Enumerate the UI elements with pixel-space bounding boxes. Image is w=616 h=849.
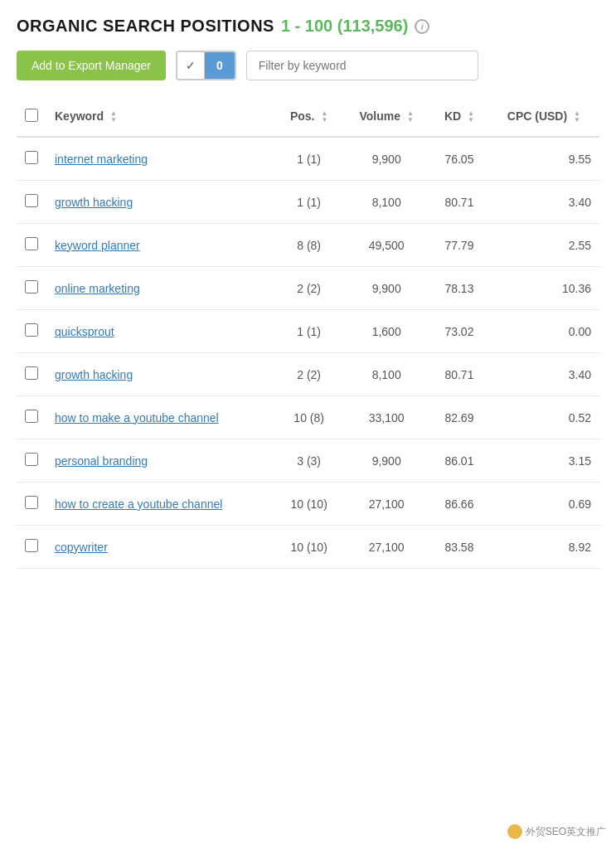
kd-cell-4: 73.02 <box>430 310 488 353</box>
kd-cell-5: 80.71 <box>430 353 488 396</box>
table-row: how to create a youtube channel 10 (10) … <box>17 483 599 526</box>
kd-cell-2: 77.79 <box>430 224 488 267</box>
row-checkbox-6[interactable] <box>25 410 38 423</box>
row-checkbox-cell <box>17 267 46 310</box>
table-row: growth hacking 2 (2) 8,100 80.71 3.40 <box>17 353 599 396</box>
cpc-cell-7: 3.15 <box>488 439 599 483</box>
keyword-cell-2[interactable]: keyword planner <box>46 224 275 267</box>
sort-arrows-cpc: ▲ ▼ <box>574 110 580 124</box>
sort-arrows-kd: ▲ ▼ <box>468 110 474 124</box>
row-checkbox-cell <box>17 526 46 569</box>
table-row: copywriter 10 (10) 27,100 83.58 8.92 <box>17 526 599 569</box>
row-checkbox-9[interactable] <box>25 539 38 552</box>
row-checkbox-2[interactable] <box>25 237 38 250</box>
watermark-text: 外贸SEO英文推广 <box>526 825 606 839</box>
page-title: ORGANIC SEARCH POSITIONS <box>17 17 274 36</box>
header-checkbox-cell <box>17 97 46 137</box>
col-header-kd[interactable]: KD ▲ ▼ <box>430 97 488 137</box>
selected-count-container: ✓ 0 <box>176 51 236 80</box>
row-checkbox-cell <box>17 224 46 267</box>
keyword-cell-5[interactable]: growth hacking <box>46 353 275 396</box>
cpc-cell-6: 0.52 <box>488 396 599 439</box>
pos-cell-6: 10 (8) <box>275 396 342 439</box>
volume-cell-9: 27,100 <box>342 526 430 569</box>
page-header: ORGANIC SEARCH POSITIONS 1 - 100 (113,59… <box>17 17 599 36</box>
volume-cell-8: 27,100 <box>342 483 430 526</box>
keyword-cell-8[interactable]: how to create a youtube channel <box>46 483 275 526</box>
keyword-table: Keyword ▲ ▼ Pos. ▲ ▼ Volume ▲ ▼ <box>17 97 599 569</box>
pos-cell-8: 10 (10) <box>275 483 342 526</box>
row-checkbox-cell <box>17 483 46 526</box>
table-header-row: Keyword ▲ ▼ Pos. ▲ ▼ Volume ▲ ▼ <box>17 97 599 137</box>
table-row: growth hacking 1 (1) 8,100 80.71 3.40 <box>17 181 599 224</box>
kd-cell-1: 80.71 <box>430 181 488 224</box>
col-header-volume[interactable]: Volume ▲ ▼ <box>342 97 430 137</box>
pos-cell-0: 1 (1) <box>275 137 342 181</box>
selected-count-badge: 0 <box>205 52 235 79</box>
cpc-cell-4: 0.00 <box>488 310 599 353</box>
cpc-cell-1: 3.40 <box>488 181 599 224</box>
keyword-cell-6[interactable]: how to make a youtube channel <box>46 396 275 439</box>
sort-arrows-pos: ▲ ▼ <box>321 110 327 124</box>
table-row: personal branding 3 (3) 9,900 86.01 3.15 <box>17 439 599 483</box>
pos-cell-5: 2 (2) <box>275 353 342 396</box>
keyword-cell-0[interactable]: internet marketing <box>46 137 275 181</box>
page-range: 1 - 100 (113,596) <box>281 17 408 36</box>
table-row: internet marketing 1 (1) 9,900 76.05 9.5… <box>17 137 599 181</box>
cpc-cell-9: 8.92 <box>488 526 599 569</box>
cpc-cell-0: 9.55 <box>488 137 599 181</box>
cpc-cell-5: 3.40 <box>488 353 599 396</box>
volume-cell-3: 9,900 <box>342 267 430 310</box>
kd-cell-6: 82.69 <box>430 396 488 439</box>
info-icon[interactable]: i <box>415 19 429 34</box>
keyword-cell-1[interactable]: growth hacking <box>46 181 275 224</box>
keyword-cell-4[interactable]: quicksprout <box>46 310 275 353</box>
row-checkbox-4[interactable] <box>25 323 38 337</box>
col-header-keyword[interactable]: Keyword ▲ ▼ <box>46 97 275 137</box>
volume-cell-7: 9,900 <box>342 439 430 483</box>
row-checkbox-cell <box>17 396 46 439</box>
row-checkbox-cell <box>17 439 46 483</box>
sort-arrows-keyword: ▲ ▼ <box>110 110 117 124</box>
toolbar: Add to Export Manager ✓ 0 <box>17 51 599 80</box>
volume-cell-0: 9,900 <box>342 137 430 181</box>
volume-cell-1: 8,100 <box>342 181 430 224</box>
row-checkbox-1[interactable] <box>25 194 38 207</box>
keyword-cell-7[interactable]: personal branding <box>46 439 275 483</box>
col-header-pos[interactable]: Pos. ▲ ▼ <box>275 97 342 137</box>
export-button[interactable]: Add to Export Manager <box>17 51 166 80</box>
row-checkbox-cell <box>17 181 46 224</box>
sort-arrows-volume: ▲ ▼ <box>407 110 414 124</box>
pos-cell-3: 2 (2) <box>275 267 342 310</box>
pos-cell-1: 1 (1) <box>275 181 342 224</box>
watermark: 外贸SEO英文推广 <box>507 824 606 839</box>
row-checkbox-0[interactable] <box>25 151 38 164</box>
keyword-cell-3[interactable]: online marketing <box>46 267 275 310</box>
volume-cell-6: 33,100 <box>342 396 430 439</box>
row-checkbox-8[interactable] <box>25 496 38 509</box>
row-checkbox-cell <box>17 353 46 396</box>
pos-cell-9: 10 (10) <box>275 526 342 569</box>
row-checkbox-cell <box>17 310 46 353</box>
volume-cell-2: 49,500 <box>342 224 430 267</box>
cpc-cell-2: 2.55 <box>488 224 599 267</box>
check-icon: ✓ <box>177 52 205 79</box>
row-checkbox-5[interactable] <box>25 366 38 380</box>
cpc-cell-8: 0.69 <box>488 483 599 526</box>
keyword-cell-9[interactable]: copywriter <box>46 526 275 569</box>
table-row: online marketing 2 (2) 9,900 78.13 10.36 <box>17 267 599 310</box>
col-header-cpc[interactable]: CPC (USD) ▲ ▼ <box>488 97 599 137</box>
kd-cell-9: 83.58 <box>430 526 488 569</box>
pos-cell-4: 1 (1) <box>275 310 342 353</box>
watermark-icon <box>507 824 522 839</box>
kd-cell-7: 86.01 <box>430 439 488 483</box>
cpc-cell-3: 10.36 <box>488 267 599 310</box>
row-checkbox-7[interactable] <box>25 453 38 466</box>
row-checkbox-3[interactable] <box>25 280 38 294</box>
volume-cell-4: 1,600 <box>342 310 430 353</box>
kd-cell-0: 76.05 <box>430 137 488 181</box>
select-all-checkbox[interactable] <box>25 109 38 122</box>
keyword-filter-input[interactable] <box>246 51 478 80</box>
table-row: quicksprout 1 (1) 1,600 73.02 0.00 <box>17 310 599 353</box>
volume-cell-5: 8,100 <box>342 353 430 396</box>
